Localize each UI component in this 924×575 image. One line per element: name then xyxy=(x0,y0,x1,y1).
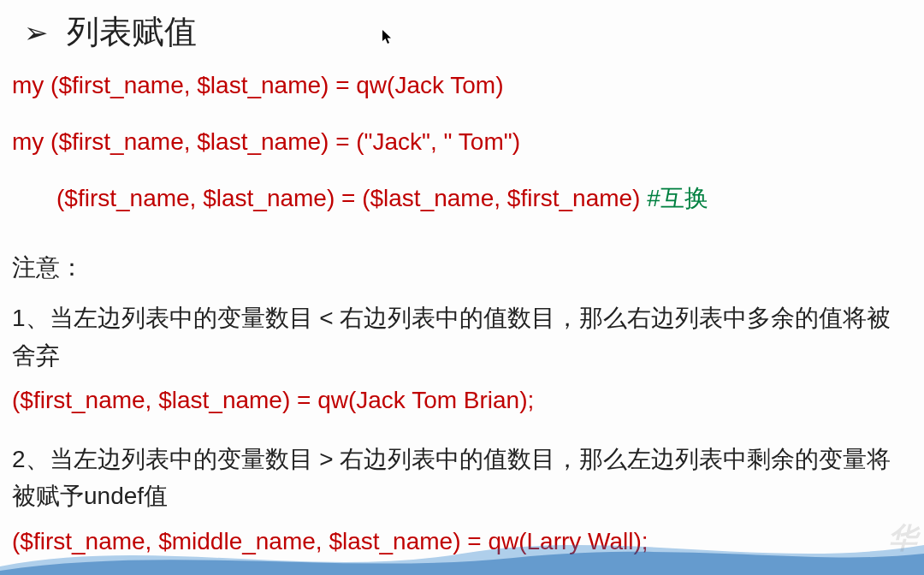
note-item-2: 2、当左边列表中的变量数目 > 右边列表中的值数目，那么左边列表中剩余的变量将被… xyxy=(12,441,912,515)
code-line-2: my ($first_name, $last_name) = ("Jack", … xyxy=(12,126,912,158)
code-line-3-code: ($first_name, $last_name) = ($last_name,… xyxy=(56,185,647,211)
code-line-3-comment: #互换 xyxy=(647,185,708,211)
code-line-1: my ($first_name, $last_name) = qw(Jack T… xyxy=(12,69,912,102)
slide-content: ➢ 列表赋值 my ($first_name, $last_name) = qw… xyxy=(0,0,924,558)
bullet-arrow-icon: ➢ xyxy=(24,15,48,50)
code-line-3: ($first_name, $last_name) = ($last_name,… xyxy=(56,182,912,215)
slide-heading: ➢ 列表赋值 xyxy=(24,10,912,54)
note-code-2: ($first_name, $middle_name, $last_name) … xyxy=(12,525,912,558)
note-item-1: 1、当左边列表中的变量数目 < 右边列表中的值数目，那么右边列表中多余的值将被舍… xyxy=(12,299,912,374)
note-code-1: ($first_name, $last_name) = qw(Jack Tom … xyxy=(12,384,912,417)
heading-text: 列表赋值 xyxy=(67,10,197,54)
notes-label: 注意： xyxy=(12,252,912,284)
